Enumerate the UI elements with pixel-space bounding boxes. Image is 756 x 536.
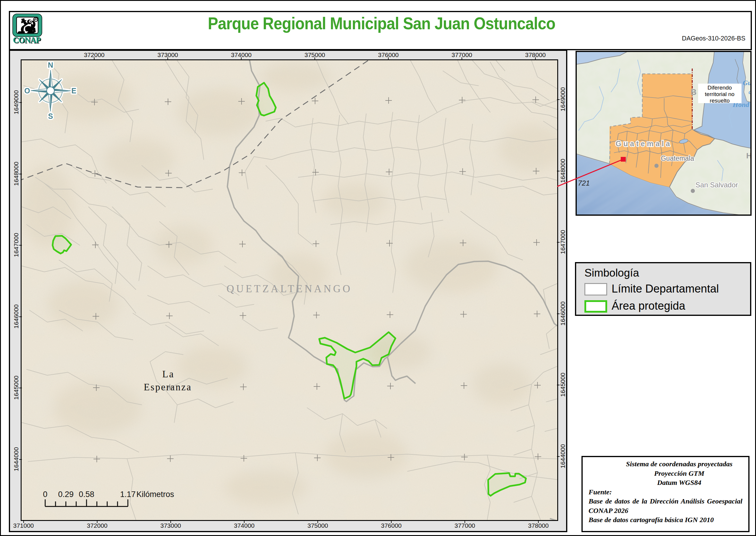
svg-text:N: N xyxy=(48,61,53,69)
svg-text:Guatemala: Guatemala xyxy=(661,154,694,162)
svg-text:Kilómetros: Kilómetros xyxy=(137,490,174,499)
svg-text:0.58: 0.58 xyxy=(79,490,94,499)
svg-text:0.29: 0.29 xyxy=(58,490,74,499)
svg-text:Guatemala: Guatemala xyxy=(616,140,672,148)
svg-text:O: O xyxy=(24,86,30,95)
svg-text:1.17: 1.17 xyxy=(120,490,136,499)
svg-text:La: La xyxy=(162,369,174,380)
svg-text:S: S xyxy=(48,112,53,120)
svg-text:E: E xyxy=(72,86,77,95)
svg-text:Gu: Gu xyxy=(743,79,752,86)
svg-text:721: 721 xyxy=(578,179,590,187)
svg-text:0: 0 xyxy=(43,490,47,499)
svg-text:Diferendo: Diferendo xyxy=(708,84,732,91)
svg-text:QUETZALTENANGO: QUETZALTENANGO xyxy=(227,283,352,295)
svg-text:territorial no: territorial no xyxy=(705,91,735,97)
svg-text:H o: H o xyxy=(746,151,752,160)
svg-text:San Salvador: San Salvador xyxy=(695,181,738,189)
svg-text:resuelto: resuelto xyxy=(709,97,730,104)
svg-text:d: d xyxy=(749,89,752,95)
svg-text:Esperanza: Esperanza xyxy=(144,382,192,392)
